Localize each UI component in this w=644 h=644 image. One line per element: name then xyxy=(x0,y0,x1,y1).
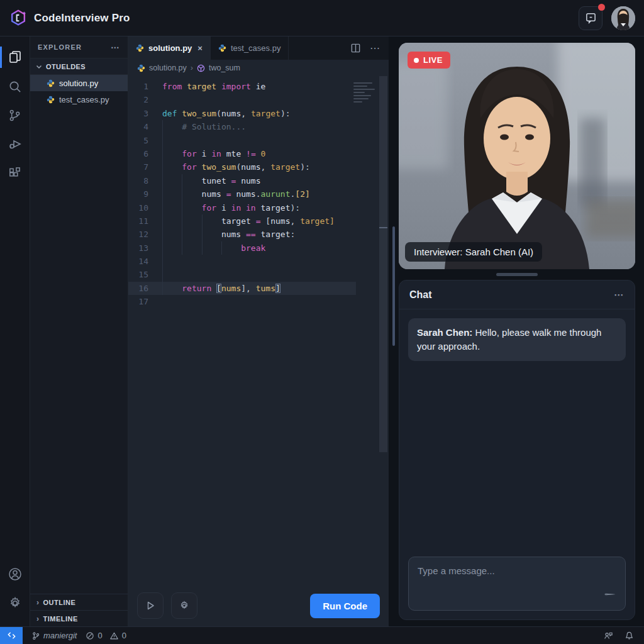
line-number: 5 xyxy=(128,134,148,147)
line-number: 4 xyxy=(128,120,148,133)
line-content: # Solution... xyxy=(148,120,246,133)
line-number: 16 xyxy=(128,282,148,295)
code-line[interactable]: 11target = [nums, target] xyxy=(128,214,389,228)
activity-explorer-button[interactable] xyxy=(0,43,30,72)
line-number: 15 xyxy=(128,268,148,281)
top-bar: CodeInterview Pro xyxy=(0,0,644,36)
breadcrumb[interactable]: solution.py › two_sum xyxy=(128,60,389,76)
avatar-image xyxy=(611,6,635,30)
code-line[interactable]: 4# Solution... xyxy=(128,120,389,133)
remote-indicator[interactable] xyxy=(0,627,23,644)
error-count: 0 xyxy=(97,631,102,640)
explorer-more-button[interactable]: ⋯ xyxy=(111,42,120,52)
line-number: 7 xyxy=(128,160,148,174)
activity-search-button[interactable] xyxy=(0,72,30,101)
line-content: for i in in target): xyxy=(148,201,300,214)
code-line[interactable]: 8tunet = nums xyxy=(128,174,389,187)
chevron-down-icon xyxy=(35,63,43,70)
chevron-right-icon: › xyxy=(36,614,40,623)
activity-source-control-button[interactable] xyxy=(0,101,30,130)
line-content: target = [nums, target] xyxy=(148,214,335,228)
code-line[interactable]: 16return [nums], tums] xyxy=(128,282,389,295)
comment-icon xyxy=(585,12,597,24)
status-bar: maniergit 0 0 xyxy=(0,626,644,644)
message-input[interactable] xyxy=(409,557,625,610)
top-bar-actions xyxy=(579,6,635,30)
user-avatar[interactable] xyxy=(611,6,635,30)
divider-handle[interactable] xyxy=(392,226,395,346)
send-icon xyxy=(602,587,618,602)
tab-label: solution.py xyxy=(148,43,192,53)
code-line[interactable]: 9nums = nums.aurunt.[2] xyxy=(128,187,389,201)
line-number: 6 xyxy=(128,147,148,160)
chat-notification-button[interactable] xyxy=(579,6,602,30)
live-badge: LIVE xyxy=(408,52,450,69)
timeline-section[interactable]: › TIMELINE xyxy=(30,610,128,626)
activity-bar xyxy=(0,36,30,626)
line-content: nums = nums.aurunt.[2] xyxy=(148,187,310,201)
branch-name: maniergit xyxy=(43,631,77,640)
problems-status[interactable]: 0 0 xyxy=(86,631,126,640)
panel-drag-handle[interactable] xyxy=(496,273,538,276)
chat-messages: Sarah Chen: Hello, please walk me throug… xyxy=(399,309,635,557)
file-row[interactable]: solution.py xyxy=(30,75,128,91)
code-line[interactable]: 17 xyxy=(128,295,389,308)
editor-scrollbar[interactable] xyxy=(379,76,387,452)
chat-header: Chat ⋯ xyxy=(399,280,635,309)
line-number: 13 xyxy=(128,242,148,255)
close-tab-icon[interactable]: × xyxy=(197,43,203,53)
branch-status[interactable]: maniergit xyxy=(31,631,77,640)
chat-panel: Chat ⋯ Sarah Chen: Hello, please walk me… xyxy=(399,280,635,620)
message-author: Sarah Chen: xyxy=(417,327,472,338)
code-line[interactable]: 1from target import ie xyxy=(128,80,389,93)
code-line[interactable]: 12nums == target: xyxy=(128,228,389,241)
feedback-icon[interactable] xyxy=(603,631,613,640)
line-content: break xyxy=(148,242,265,255)
run-code-button[interactable]: Run Code xyxy=(310,594,380,618)
code-line[interactable]: 2 xyxy=(128,93,389,106)
python-file-icon xyxy=(47,79,55,87)
activity-run-debug-button[interactable] xyxy=(0,130,30,158)
editor-tab[interactable]: test_cases.py xyxy=(211,36,289,60)
brand: CodeInterview Pro xyxy=(9,9,130,28)
chat-more-button[interactable]: ⋯ xyxy=(614,289,625,301)
code-editor[interactable]: 1from target import ie23def two_sum(nums… xyxy=(128,76,389,585)
split-editor-icon[interactable] xyxy=(350,43,361,53)
code-line[interactable]: 7for two_sum(nums, target): xyxy=(128,160,389,174)
editor-more-button[interactable]: ⋯ xyxy=(370,42,381,54)
run-button[interactable] xyxy=(137,592,164,619)
code-line[interactable]: 10for i in in target): xyxy=(128,201,389,214)
explorer-folder-row[interactable]: OTUELDES xyxy=(30,58,128,75)
breadcrumb-symbol: two_sum xyxy=(209,64,240,72)
minimap[interactable] xyxy=(353,82,376,104)
extensions-icon xyxy=(8,166,22,180)
python-file-icon xyxy=(136,44,144,52)
run-settings-button[interactable] xyxy=(171,592,197,619)
bell-icon[interactable] xyxy=(625,631,634,640)
remote-icon xyxy=(7,631,16,640)
files-icon xyxy=(8,50,23,65)
line-number: 12 xyxy=(128,228,148,241)
code-line[interactable]: 5 xyxy=(128,134,389,147)
activity-account-button[interactable] xyxy=(0,560,30,589)
explorer-header: EXPLORER ⋯ xyxy=(30,36,128,58)
activity-extensions-button[interactable] xyxy=(0,158,30,187)
panel-divider[interactable] xyxy=(389,36,399,626)
folder-name: OTUELDES xyxy=(46,63,86,70)
outline-section[interactable]: › OUTLINE xyxy=(30,594,128,610)
interviewer-video: LIVE Interviewer: Sarah Chen (AI) xyxy=(399,43,635,269)
line-number: 14 xyxy=(128,255,148,268)
code-line[interactable]: 13break xyxy=(128,242,389,255)
code-line[interactable]: 14 xyxy=(128,255,389,268)
breadcrumb-file: solution.py xyxy=(149,64,187,72)
code-line[interactable]: 3def two_sum(nums, target): xyxy=(128,107,389,120)
tab-label: test_cases.py xyxy=(231,43,281,53)
send-button[interactable] xyxy=(602,587,618,604)
symbol-icon xyxy=(197,64,205,72)
code-line[interactable]: 15 xyxy=(128,268,389,281)
file-name: test_cases.py xyxy=(59,95,109,104)
editor-tab[interactable]: solution.py× xyxy=(128,36,211,60)
activity-settings-button[interactable] xyxy=(0,589,30,618)
code-line[interactable]: 6for i in mte != 0 xyxy=(128,147,389,160)
file-row[interactable]: test_cases.py xyxy=(30,91,128,108)
